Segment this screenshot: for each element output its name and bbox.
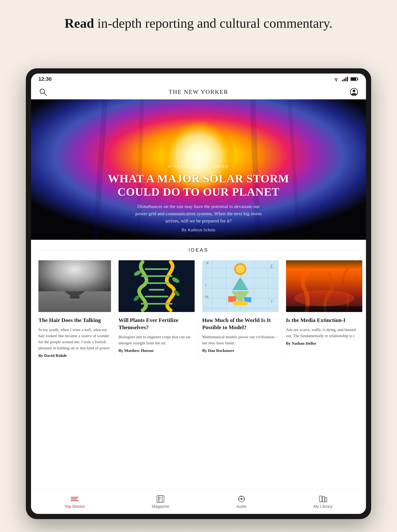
status-time: 12:30	[38, 76, 52, 82]
articles-grid: The Hair Does the Talking In my youth, w…	[31, 260, 366, 365]
app-logo: THE NEW YORKER	[169, 88, 228, 95]
article-thumb-2	[118, 260, 195, 312]
article-title-2: Will Plants Ever Fertilize Themselves?	[118, 316, 195, 331]
svg-point-29	[61, 263, 88, 292]
nav-my-library[interactable]: My Library	[314, 495, 333, 509]
article-card-1[interactable]: The Hair Does the Talking In my youth, w…	[31, 260, 115, 358]
audio-icon	[237, 495, 246, 503]
svg-rect-70	[157, 496, 162, 502]
top-stories-icon	[70, 495, 79, 503]
svg-rect-81	[325, 497, 327, 502]
svg-line-9	[44, 93, 46, 95]
status-bar: 12:30	[31, 74, 366, 85]
battery-icon	[350, 76, 359, 82]
article-card-4[interactable]: Is the Media Extinction-I Ads are scarce…	[282, 260, 366, 358]
article-byline-2: By Matthew Hutson	[118, 348, 195, 353]
hero-article[interactable]: A REPORTER AT LARGE WHAT A MAJOR SOLAR S…	[31, 99, 366, 240]
svg-rect-32	[38, 260, 111, 312]
article-thumb-3: π ∑ % ∫ ƒ	[202, 260, 279, 312]
article-byline-3: By Dan Rockmore	[202, 348, 279, 353]
nav-audio-label: Audio	[236, 504, 247, 509]
svg-rect-4	[347, 77, 348, 81]
svg-point-30	[62, 264, 87, 289]
svg-text:%: %	[205, 295, 208, 299]
svg-rect-78	[244, 498, 245, 500]
article-title-1: The Hair Does the Talking	[38, 316, 111, 324]
article-thumb-4	[286, 260, 362, 312]
article-title-4: Is the Media Extinction-I	[286, 316, 362, 324]
tablet-device: 12:30	[26, 68, 371, 519]
svg-rect-77	[238, 498, 239, 500]
svg-rect-68	[286, 306, 362, 312]
article-card-3[interactable]: π ∑ % ∫ ƒ How Much of the World Is It Po…	[198, 260, 282, 358]
svg-rect-7	[351, 78, 356, 80]
nav-top-stories[interactable]: Top Stories	[64, 495, 85, 509]
svg-rect-61	[233, 301, 247, 305]
svg-text:∑: ∑	[270, 264, 273, 268]
svg-rect-1	[342, 80, 343, 81]
svg-text:π: π	[206, 260, 208, 265]
tablet-screen: 12:30	[31, 74, 366, 514]
svg-point-11	[353, 90, 355, 92]
article-byline-4: By Nathan Heller	[286, 341, 362, 346]
signal-icon	[341, 76, 348, 82]
nav-audio[interactable]: Audio	[236, 495, 247, 509]
article-desc-4: Ads are scarce, traffic is dying, and bu…	[286, 327, 362, 339]
nav-my-library-label: My Library	[314, 504, 333, 509]
article-desc-2: Biologists aim to engineer crops that ca…	[118, 334, 195, 346]
article-byline-1: By David Rohde	[38, 353, 111, 358]
article-desc-1: In my youth, when I wore a kufi, what my…	[38, 327, 111, 351]
nav-magazine[interactable]: Magazine	[152, 495, 169, 509]
hero-article-desc: Disturbances on the sun may have the pot…	[134, 203, 263, 225]
hero-normal-text: in-depth reporting and cultural commenta…	[94, 16, 333, 31]
hero-article-title: WHAT A MAJOR SOLAR STORM COULD DO TO OUR…	[108, 172, 289, 198]
ideas-section: IDEAS	[31, 240, 366, 365]
article-title-3: How Much of the World Is It Possible to …	[202, 316, 279, 331]
nav-magazine-label: Magazine	[152, 504, 169, 509]
svg-point-28	[59, 261, 90, 296]
page-hero-text: Read in-depth reporting and cultural com…	[0, 0, 397, 43]
hero-section-label: A REPORTER AT LARGE	[108, 164, 289, 169]
profile-icon[interactable]	[349, 87, 359, 97]
nav-lines-icon	[71, 497, 79, 501]
svg-text:ƒ: ƒ	[205, 283, 207, 287]
hero-text-overlay: A REPORTER AT LARGE WHAT A MAJOR SOLAR S…	[93, 164, 304, 232]
nav-top-stories-label: Top Stories	[64, 504, 85, 509]
search-icon[interactable]	[38, 87, 48, 97]
svg-point-56	[236, 265, 245, 274]
svg-rect-6	[357, 78, 358, 80]
app-header: THE NEW YORKER	[31, 85, 366, 99]
article-card-2[interactable]: Will Plants Ever Fertilize Themselves? B…	[115, 260, 199, 358]
wifi-icon	[333, 76, 339, 82]
hero-article-byline: By Kathryn Schulz	[108, 227, 289, 232]
svg-rect-79	[319, 496, 322, 502]
svg-rect-2	[344, 79, 345, 81]
svg-point-0	[336, 80, 337, 81]
section-title: IDEAS	[183, 247, 214, 253]
status-icons	[333, 76, 359, 82]
svg-rect-3	[345, 78, 346, 81]
hero-bold-text: Read	[65, 16, 94, 31]
magazine-icon	[156, 495, 165, 503]
article-desc-3: Mathematical models power our civilizati…	[202, 334, 279, 346]
bottom-nav: Top Stories Magazine	[31, 490, 366, 514]
svg-point-69	[294, 290, 354, 306]
my-library-icon	[318, 495, 328, 503]
svg-rect-71	[159, 496, 164, 502]
main-content: A REPORTER AT LARGE WHAT A MAJOR SOLAR S…	[31, 99, 366, 490]
article-thumb-1	[38, 260, 111, 312]
svg-point-76	[240, 498, 243, 500]
section-divider: IDEAS	[31, 247, 366, 253]
svg-rect-80	[323, 497, 325, 502]
